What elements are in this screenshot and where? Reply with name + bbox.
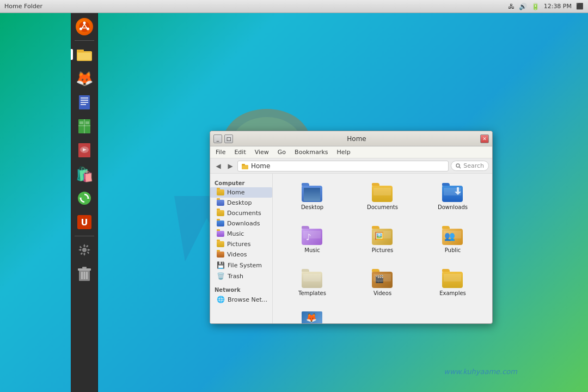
taskbar-title: Home Folder (4, 3, 42, 10)
documents-folder-icon-sm (217, 210, 224, 216)
svg-rect-16 (85, 121, 89, 124)
window-close-button[interactable]: ✕ (480, 134, 489, 143)
sidebar-item-pictures[interactable]: Pictures (210, 239, 272, 249)
folder-main-documents (372, 186, 393, 202)
sidebar-network-section: Network (210, 285, 272, 294)
folder-main-downloads (442, 186, 463, 202)
svg-rect-11 (81, 104, 86, 105)
sidebar-item-downloads[interactable]: Downloads (210, 218, 272, 229)
search-box[interactable]: Search (451, 161, 489, 171)
trash-icon-sm: 🗑️ (217, 272, 225, 280)
dl-arrow-head (455, 192, 461, 195)
file-item-firefox-wallpaper[interactable]: 🦊 Firefox_wallpaper.png (278, 308, 346, 323)
examples-folder-icon (442, 268, 464, 288)
folder-main-public: 👥 (442, 229, 463, 245)
video-icon: 🎬 (375, 274, 384, 283)
launcher-item-ubuntu-one[interactable]: U (73, 211, 96, 234)
window-maximize-button[interactable]: □ (224, 134, 233, 143)
launcher-item-ubuntu-home[interactable] (73, 15, 96, 38)
file-item-music[interactable]: ♪ Music (278, 222, 346, 263)
file-item-examples[interactable]: Examples (419, 265, 487, 306)
file-item-downloads[interactable]: Downloads (419, 179, 487, 220)
file-manager-window: _ □ Home ✕ File Edit View Go Bookmarks H… (210, 131, 493, 324)
ubuntu-logo-icon (76, 18, 93, 35)
file-item-pictures[interactable]: 🖼️ Pictures (348, 222, 416, 263)
menu-file[interactable]: File (212, 148, 229, 157)
launcher-item-backup[interactable] (73, 187, 96, 210)
nav-back-button[interactable]: ◀ (213, 161, 223, 171)
sidebar-item-network[interactable]: 🌐 Browse Net... (210, 294, 272, 305)
file-item-templates[interactable]: Templates (278, 265, 346, 306)
folder-main-pictures: 🖼️ (372, 229, 393, 245)
battery-icon: 🔋 (531, 3, 540, 10)
svg-text:U: U (81, 217, 88, 228)
launcher-item-files[interactable] (73, 43, 96, 66)
search-label: Search (463, 162, 484, 169)
templates-folder-icon (302, 268, 323, 288)
menu-view[interactable]: View (252, 148, 272, 157)
window-minimize-button[interactable]: _ (213, 134, 222, 143)
file-grid: Desktop Documents (273, 174, 492, 323)
svg-rect-38 (242, 165, 248, 169)
svg-rect-15 (79, 121, 83, 124)
dl-arrow-body (457, 187, 459, 192)
file-item-videos[interactable]: 🎬 Videos (348, 265, 416, 306)
sidebar-item-videos[interactable]: Videos (210, 249, 272, 260)
file-label-videos: Videos (373, 290, 391, 297)
svg-rect-8 (81, 97, 88, 99)
svg-rect-30 (83, 272, 85, 279)
sidebar-computer-section: Computer (210, 178, 272, 187)
network-icon: 🖧 (508, 3, 514, 10)
file-label-desktop: Desktop (301, 204, 323, 211)
file-item-documents[interactable]: Documents (348, 179, 416, 220)
taskbar-top: Home Folder 🖧 🔊 🔋 12:38 PM ⬛ (0, 0, 588, 13)
launcher-item-writer[interactable] (73, 91, 96, 114)
firefox-file-image-icon: 🦊 (302, 311, 322, 323)
music-folder-icon: ♪ (302, 225, 323, 245)
sidebar-item-home[interactable]: Home (210, 187, 272, 198)
firefox-wallpaper-thumb: 🦊 (306, 313, 317, 323)
file-item-public[interactable]: 👥 Public (419, 222, 487, 263)
launcher-item-software-center[interactable]: 🛍️ (73, 163, 96, 186)
launcher-item-firefox[interactable]: 🦊 (73, 67, 96, 90)
sidebar-item-filesystem[interactable]: 💾 File System (210, 260, 272, 271)
launcher-item-calc[interactable] (73, 115, 96, 138)
sidebar-item-trash[interactable]: 🗑️ Trash (210, 271, 272, 281)
svg-rect-6 (78, 53, 91, 60)
nav-forward-button[interactable]: ▶ (225, 161, 235, 171)
menu-bookmarks[interactable]: Bookmarks (291, 148, 331, 157)
pictures-folder-icon: 🖼️ (372, 225, 394, 245)
svg-rect-39 (242, 164, 245, 166)
sidebar-item-desktop[interactable]: Desktop (210, 198, 272, 208)
desktop-folder-icon (302, 182, 323, 202)
launcher-separator-1 (75, 40, 94, 41)
launcher-item-settings[interactable] (73, 238, 96, 261)
breadcrumb[interactable]: Home (237, 161, 449, 171)
download-arrow-icon (455, 187, 461, 195)
svg-rect-9 (81, 100, 88, 101)
file-label-downloads: Downloads (438, 204, 468, 211)
launcher-item-impress[interactable] (73, 139, 96, 162)
public-folder-icon: 👥 (442, 225, 464, 245)
file-label-templates: Templates (298, 290, 326, 297)
folder-main-examples (442, 272, 463, 288)
sidebar-item-music[interactable]: Music (210, 229, 272, 239)
launcher-item-trash[interactable] (73, 262, 96, 285)
file-item-desktop[interactable]: Desktop (278, 179, 346, 220)
menu-go[interactable]: Go (274, 148, 289, 157)
sidebar-item-documents[interactable]: Documents (210, 208, 272, 218)
file-label-public: Public (445, 247, 461, 254)
file-label-music: Music (304, 247, 320, 254)
svg-rect-28 (82, 267, 87, 268)
music-folder-icon-sm (217, 231, 224, 237)
toolbar: ◀ ▶ Home Search (210, 158, 492, 174)
svg-rect-27 (78, 268, 91, 271)
menu-help[interactable]: Help (334, 148, 354, 157)
home-folder-icon (241, 163, 249, 169)
public-people-icon: 👥 (444, 231, 455, 241)
folder-main-videos: 🎬 (372, 272, 393, 288)
menu-edit[interactable]: Edit (231, 148, 249, 157)
breadcrumb-label: Home (251, 162, 270, 170)
music-note-icon: ♪ (306, 232, 311, 242)
pictures-icon: 🖼️ (375, 231, 384, 240)
